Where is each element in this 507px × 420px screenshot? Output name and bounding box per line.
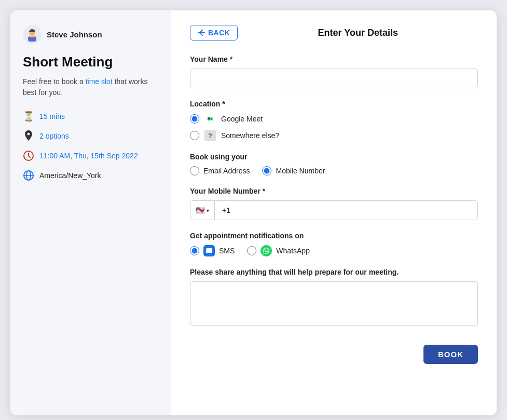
- notes-input[interactable]: [190, 281, 478, 326]
- user-name: Steve Johnson: [47, 30, 102, 39]
- your-mobile-label: Your Mobile Number *: [190, 187, 478, 195]
- time-item: 11:00 AM, Thu, 15th Sep 2022: [23, 150, 158, 161]
- whatsapp-option[interactable]: WhatsApp: [247, 245, 310, 256]
- user-row: Steve Johnson: [23, 25, 158, 44]
- globe-icon: [23, 170, 34, 181]
- whatsapp-icon: [261, 245, 272, 256]
- sms-icon: [203, 245, 215, 256]
- sms-option[interactable]: SMS: [190, 245, 235, 256]
- somewhere-else-icon: ?: [204, 130, 216, 141]
- timezone-text: America/New_York: [39, 171, 101, 180]
- somewhere-else-label: Somewhere else?: [221, 131, 279, 140]
- left-panel: Steve Johnson Short Meeting Feel free to…: [10, 10, 171, 415]
- info-list: ⏳ 15 mins 2 options 11:00 AM,: [23, 111, 158, 181]
- sms-radio[interactable]: [190, 246, 199, 255]
- location-pin-icon: [23, 130, 34, 142]
- your-name-label: Your Name *: [190, 55, 478, 63]
- duration-text: 15 mins: [39, 112, 65, 120]
- your-name-input[interactable]: [190, 69, 478, 88]
- phone-input-wrapper: 🇺🇸 ▾: [190, 200, 478, 220]
- mobile-number-section: Your Mobile Number * 🇺🇸 ▾: [190, 187, 478, 220]
- location-radio-group: Google Meet ? Somewhere else?: [190, 113, 478, 141]
- hourglass-icon: ⏳: [23, 111, 34, 122]
- notes-section: Please share anything that will help pre…: [190, 268, 478, 328]
- sms-label: SMS: [219, 247, 235, 255]
- options-item: 2 options: [23, 130, 158, 142]
- clock-icon: [23, 150, 34, 161]
- notifications-radio-group: SMS WhatsApp: [190, 245, 478, 256]
- your-name-section: Your Name *: [190, 55, 478, 88]
- somewhere-else-radio[interactable]: [190, 131, 199, 140]
- right-header: BACK Enter Your Details: [190, 25, 478, 40]
- location-label: Location *: [190, 100, 478, 108]
- whatsapp-radio[interactable]: [247, 246, 256, 255]
- book-button[interactable]: BOOK: [423, 345, 478, 364]
- book-using-label: Book using your: [190, 153, 478, 161]
- time-slot-link[interactable]: time slot: [86, 77, 113, 86]
- avatar-icon: [23, 25, 42, 44]
- flag-icon: 🇺🇸: [196, 206, 204, 214]
- google-meet-icon: [204, 113, 216, 125]
- meeting-title: Short Meeting: [23, 54, 158, 70]
- book-btn-container: BOOK: [190, 340, 478, 364]
- google-meet-label: Google Meet: [221, 115, 263, 123]
- notifications-section: Get appointment notifications on SMS: [190, 232, 478, 256]
- mobile-number-label: Mobile Number: [276, 167, 325, 175]
- email-address-option[interactable]: Email Address: [190, 166, 250, 175]
- book-using-radio-group: Email Address Mobile Number: [190, 166, 478, 175]
- mobile-number-radio[interactable]: [262, 166, 271, 175]
- meeting-desc: Feel free to book a time slot that works…: [23, 76, 158, 98]
- email-address-label: Email Address: [203, 167, 250, 175]
- phone-input[interactable]: [215, 201, 477, 220]
- google-meet-radio[interactable]: [190, 114, 199, 124]
- back-button[interactable]: BACK: [190, 25, 238, 40]
- timezone-item: America/New_York: [23, 170, 158, 181]
- time-text: 11:00 AM, Thu, 15th Sep 2022: [39, 152, 138, 160]
- chevron-down-icon: ▾: [207, 208, 209, 213]
- svg-rect-10: [206, 248, 212, 253]
- somewhere-else-option[interactable]: ? Somewhere else?: [190, 130, 478, 141]
- whatsapp-label: WhatsApp: [276, 247, 310, 255]
- email-address-radio[interactable]: [190, 166, 199, 175]
- options-text: 2 options: [39, 132, 69, 140]
- phone-flag-select[interactable]: 🇺🇸 ▾: [190, 201, 215, 220]
- duration-item: ⏳ 15 mins: [23, 111, 158, 122]
- page-title: Enter Your Details: [238, 28, 478, 38]
- back-arrow-icon: [198, 29, 205, 36]
- location-section: Location *: [190, 100, 478, 141]
- notes-label: Please share anything that will help pre…: [190, 268, 478, 276]
- book-using-section: Book using your Email Address Mobile Num…: [190, 153, 478, 175]
- notifications-label: Get appointment notifications on: [190, 232, 478, 240]
- mobile-number-option[interactable]: Mobile Number: [262, 166, 325, 175]
- google-meet-option[interactable]: Google Meet: [190, 113, 478, 125]
- right-panel: BACK Enter Your Details Your Name * Loca…: [171, 10, 497, 415]
